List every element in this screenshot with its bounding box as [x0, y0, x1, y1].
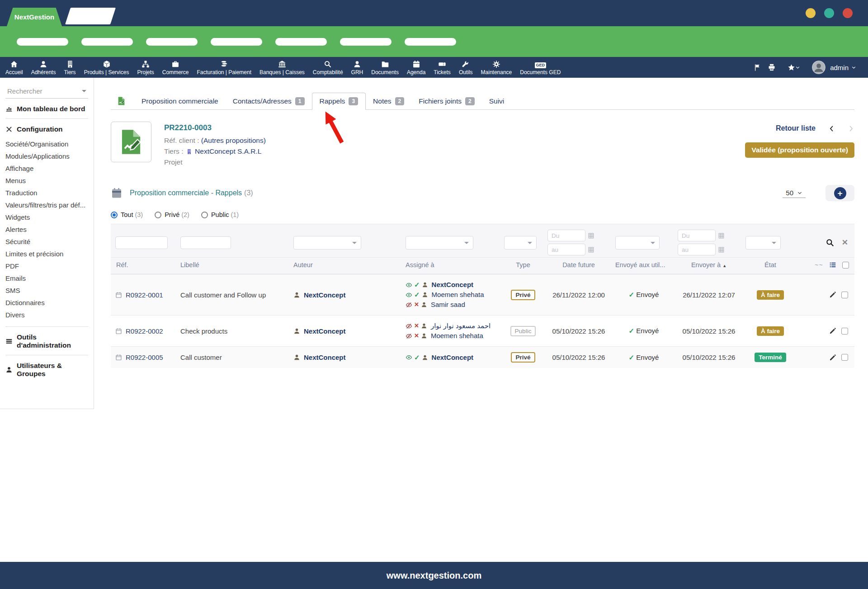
col-assigne[interactable]: Assigné à [403, 258, 501, 274]
sidebar-item-limites-et-pr-cision[interactable]: Limites et précision [5, 248, 88, 260]
row-checkbox[interactable] [841, 354, 848, 361]
brand-tab[interactable]: NextGestion [7, 8, 62, 26]
col-envoye[interactable]: Envoyé aux util... [613, 258, 675, 274]
sidebar-item-menus[interactable]: Menus [5, 174, 88, 187]
radio-public[interactable]: Public(1) [201, 211, 239, 218]
secondary-browser-tab[interactable] [65, 8, 116, 24]
col-libelle[interactable]: Libellé [178, 258, 291, 274]
user-menu-chevron-down-icon[interactable] [851, 65, 856, 70]
sidebar-search-input[interactable]: Rechercher [5, 85, 88, 99]
list-view-icon[interactable] [829, 261, 836, 269]
tiers-link[interactable]: NextConcept S.A.R.L [195, 147, 261, 155]
previous-record-icon[interactable] [828, 125, 835, 132]
add-reminder-button[interactable]: + [826, 185, 854, 201]
nav-item-commerce[interactable]: Commerce [162, 60, 189, 75]
sidebar-section-users-groups[interactable]: Utilisateurs & Groupes [5, 362, 88, 378]
sidebar-item-dictionnaires[interactable]: Dictionnaires [5, 297, 88, 309]
edit-icon[interactable] [829, 327, 836, 335]
sidebar-item-divers[interactable]: Divers [5, 309, 88, 321]
clear-filter-icon[interactable]: ✕ [842, 238, 848, 247]
next-record-icon[interactable] [848, 125, 854, 132]
assignee-name[interactable]: Samir saad [431, 300, 465, 310]
date-picker-icon[interactable] [718, 246, 725, 253]
radio-circle[interactable] [111, 212, 118, 218]
tab-suivi[interactable]: Suivi [482, 93, 512, 109]
sidebar-item-alertes[interactable]: Alertes [5, 223, 88, 236]
filter-etat-select[interactable] [745, 236, 781, 250]
nav-item-accueil[interactable]: Accueil [5, 60, 23, 75]
assignee-name[interactable]: NextConcept [432, 280, 474, 290]
nav-item-tickets[interactable]: Tickets [434, 60, 451, 75]
quick-link-pill[interactable] [146, 38, 198, 46]
nav-item-tiers[interactable]: Tiers [64, 60, 75, 75]
edit-icon[interactable] [829, 354, 836, 361]
nav-item-adherents[interactable]: Adhérents [31, 60, 56, 75]
page-size-select[interactable]: 50 [783, 188, 806, 198]
quick-link-pill[interactable] [340, 38, 392, 46]
tab-notes[interactable]: Notes2 [366, 93, 411, 109]
filter-libelle-input[interactable] [180, 236, 231, 249]
author-link[interactable]: NextConcept [293, 327, 400, 335]
quick-link-pill[interactable] [405, 38, 456, 46]
document-thumbnail[interactable] [111, 122, 151, 162]
sidebar-item-s-curit[interactable]: Sécurité [5, 236, 88, 248]
back-to-list-link[interactable]: Retour liste [776, 124, 816, 132]
tab-proposition-commerciale[interactable]: Proposition commerciale [134, 93, 226, 109]
reminder-ref-link[interactable]: R0922-0005 [115, 353, 175, 361]
sidebar-section-configuration[interactable]: Configuration [5, 125, 88, 133]
filter-date-future-to-input[interactable] [547, 244, 585, 255]
filter-assigne-select[interactable] [406, 236, 473, 250]
bookmark-star-icon[interactable] [788, 64, 795, 71]
radio-priv[interactable]: Privé(2) [155, 211, 189, 218]
flag-icon[interactable] [754, 64, 761, 71]
user-avatar[interactable] [812, 61, 826, 74]
col-type[interactable]: Type [501, 258, 545, 274]
ref-client-link[interactable]: (Autres propositions) [201, 137, 266, 144]
reminder-ref-link[interactable]: R0922-0002 [115, 327, 175, 335]
quick-link-pill[interactable] [17, 38, 68, 46]
filter-auteur-select[interactable] [293, 236, 361, 250]
col-envoyer-a[interactable]: Envoyer à▲ [675, 258, 743, 274]
col-date-future[interactable]: Date future [545, 258, 613, 274]
nav-item-comptabilite[interactable]: Comptabilité [313, 60, 343, 75]
sidebar-item-traduction[interactable]: Traduction [5, 187, 88, 199]
window-dot-yellow[interactable] [806, 8, 816, 18]
edit-icon[interactable] [829, 291, 836, 298]
nav-item-produits-services[interactable]: Produits | Services [84, 60, 129, 75]
footer-url[interactable]: www.nextgestion.com [387, 570, 481, 581]
filter-date-future-from-input[interactable] [547, 230, 585, 241]
reminder-ref-link[interactable]: R0922-0001 [115, 291, 175, 299]
radio-tout[interactable]: Tout(3) [111, 211, 143, 218]
assignee-name[interactable]: Moemen shehata [431, 331, 483, 341]
sidebar-item-modules-applications[interactable]: Modules/Applications [5, 150, 88, 162]
nav-item-projets[interactable]: Projets [137, 60, 154, 75]
document-ref[interactable]: PR2210-0003 [164, 123, 266, 133]
tab-fichiers-joints[interactable]: Fichiers joints2 [411, 93, 481, 109]
filter-envoye-select[interactable] [615, 236, 660, 250]
col-ref[interactable]: Réf. [111, 258, 178, 274]
row-checkbox[interactable] [841, 328, 848, 335]
window-dot-green[interactable] [824, 8, 834, 18]
tab-contacts-adresses[interactable]: Contacts/Adresses1 [226, 93, 312, 109]
filter-envoyer-a-to-input[interactable] [678, 244, 716, 255]
date-picker-icon[interactable] [588, 232, 594, 239]
nav-item-agenda[interactable]: Agenda [407, 60, 425, 75]
sidebar-item-pdf[interactable]: PDF [5, 260, 88, 272]
sidebar-item-affichage[interactable]: Affichage [5, 162, 88, 174]
quick-link-pill[interactable] [275, 38, 327, 46]
nav-item-documents-ged[interactable]: GEDDocuments GED [520, 60, 561, 75]
col-auteur[interactable]: Auteur [291, 258, 403, 274]
bookmark-chevron-down-icon[interactable] [795, 65, 800, 70]
sidebar-item-soci-t-organisation[interactable]: Société/Organisation [5, 138, 88, 150]
sidebar-item-widgets[interactable]: Widgets [5, 211, 88, 223]
select-all-checkbox[interactable] [842, 262, 849, 269]
row-checkbox[interactable] [841, 292, 848, 298]
filter-ref-input[interactable] [115, 236, 168, 249]
radio-circle[interactable] [155, 212, 161, 218]
nav-item-facturation-paiement[interactable]: Facturation | Paiement [197, 60, 252, 75]
logged-user-label[interactable]: admin [830, 64, 849, 71]
nav-item-grh[interactable]: GRH [351, 60, 363, 75]
print-icon[interactable] [768, 63, 776, 71]
nav-item-maintenance[interactable]: Maintenance [481, 60, 512, 75]
nav-item-documents[interactable]: Documents [371, 60, 399, 75]
